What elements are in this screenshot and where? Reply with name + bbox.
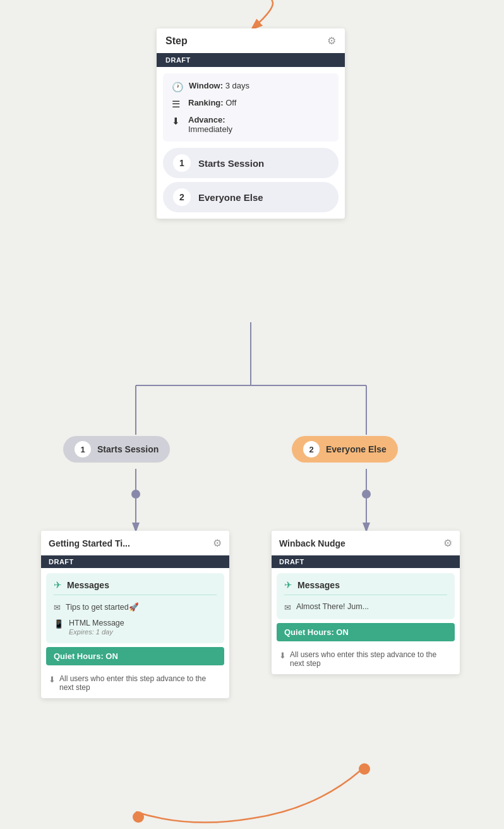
window-value: 3 days	[225, 81, 249, 90]
branch-number-2: 2	[173, 188, 191, 206]
winback-header: Winback Nudge ⚙	[272, 531, 460, 555]
ranking-label: Ranking:	[188, 98, 224, 107]
left-messages-header: ✈ Messages	[54, 579, 217, 595]
left-draft-badge: DRAFT	[41, 555, 229, 568]
branch-number-1: 1	[173, 154, 191, 172]
pill-label-1: Starts Session	[97, 444, 159, 454]
left-advance-icon: ⬇	[49, 675, 56, 684]
right-message-text-1: Almost There! Jum...	[296, 602, 369, 611]
left-advance-description: All users who enter this step advance to…	[59, 674, 222, 692]
step-card: Step ⚙ DRAFT 🕐 Window: 3 days ☰ Ranking:…	[157, 28, 345, 219]
left-message-text-2: HTML MessageExpires: 1 day	[69, 619, 124, 636]
pill-number-1: 1	[75, 441, 91, 457]
left-message-item-1: ✉ Tips to get started🚀	[54, 599, 217, 615]
svg-point-5	[131, 490, 140, 499]
left-messages-section: ✈ Messages ✉ Tips to get started🚀 📱 HTML…	[46, 573, 224, 643]
window-row: 🕐 Window: 3 days	[172, 81, 330, 93]
step-details: 🕐 Window: 3 days ☰ Ranking: Off ⬇ Advanc…	[163, 73, 339, 142]
bottom-dot-right	[359, 763, 370, 775]
ranking-row: ☰ Ranking: Off	[172, 98, 330, 110]
right-messages-title: Messages	[297, 580, 340, 590]
winback-nudge-card: Winback Nudge ⚙ DRAFT ✈ Messages ✉ Almos…	[272, 531, 460, 674]
right-send-icon: ✈	[284, 579, 292, 591]
step-card-header: Step ⚙	[157, 28, 345, 53]
right-advance-icon: ⬇	[279, 651, 286, 660]
left-quiet-hours: Quiet Hours: ON	[46, 647, 224, 665]
pill-number-2: 2	[303, 441, 320, 457]
advance-label: Advance:	[188, 115, 225, 124]
branch-item-1[interactable]: 1 Starts Session	[163, 148, 339, 178]
getting-started-title: Getting Started Ti...	[49, 538, 130, 548]
branch-label-1: Starts Session	[198, 158, 264, 169]
right-quiet-hours-label: Quiet Hours:	[284, 627, 336, 637]
left-quiet-hours-value: ON	[105, 651, 118, 661]
advance-icon: ⬇	[172, 116, 183, 127]
bottom-dot-left	[133, 811, 144, 823]
right-message-item-1: ✉ Almost There! Jum...	[284, 599, 447, 615]
right-messages-header: ✈ Messages	[284, 579, 447, 595]
left-advance-text: ⬇ All users who enter this step advance …	[41, 669, 229, 698]
branch-pill-everyone-else[interactable]: 2 Everyone Else	[292, 436, 398, 463]
left-card-gear-icon[interactable]: ⚙	[213, 537, 222, 549]
left-messages-title: Messages	[67, 580, 109, 590]
right-quiet-hours-value: ON	[336, 627, 349, 637]
left-quiet-hours-label: Quiet Hours:	[54, 651, 105, 661]
winback-title: Winback Nudge	[279, 538, 345, 548]
ranking-icon: ☰	[172, 99, 183, 110]
svg-point-8	[362, 490, 371, 499]
getting-started-card: Getting Started Ti... ⚙ DRAFT ✈ Messages…	[41, 531, 229, 698]
clock-icon: 🕐	[172, 82, 184, 93]
right-quiet-hours: Quiet Hours: ON	[277, 623, 455, 641]
right-advance-description: All users who enter this step advance to…	[290, 650, 452, 668]
right-draft-badge: DRAFT	[272, 555, 460, 568]
left-phone-icon: 📱	[54, 619, 64, 629]
gear-icon[interactable]: ⚙	[327, 35, 336, 47]
getting-started-header: Getting Started Ti... ⚙	[41, 531, 229, 555]
advance-row: ⬇ Advance: Immediately	[172, 115, 330, 134]
branch-label-2: Everyone Else	[198, 192, 263, 203]
left-message-text-1: Tips to get started🚀	[66, 602, 139, 612]
left-email-icon-1: ✉	[54, 603, 61, 612]
left-message-item-2: 📱 HTML MessageExpires: 1 day	[54, 615, 217, 639]
right-messages-section: ✈ Messages ✉ Almost There! Jum...	[277, 573, 455, 619]
branch-pill-starts-session[interactable]: 1 Starts Session	[63, 436, 170, 463]
ranking-value: Off	[225, 98, 236, 107]
pill-label-2: Everyone Else	[326, 444, 387, 454]
right-card-gear-icon[interactable]: ⚙	[443, 537, 452, 549]
right-email-icon-1: ✉	[284, 603, 291, 612]
window-label: Window:	[189, 81, 223, 90]
advance-value: Immediately	[188, 124, 232, 134]
step-card-title: Step	[165, 35, 188, 47]
branch-item-2[interactable]: 2 Everyone Else	[163, 182, 339, 212]
left-send-icon: ✈	[54, 579, 62, 591]
draft-badge: DRAFT	[157, 53, 345, 67]
right-advance-text: ⬇ All users who enter this step advance …	[272, 645, 460, 674]
